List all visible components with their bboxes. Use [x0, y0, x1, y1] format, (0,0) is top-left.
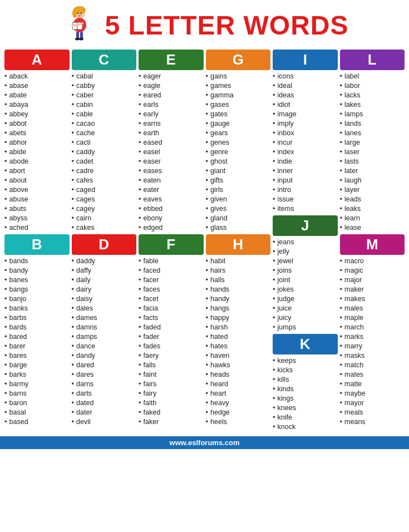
list-item: damns [72, 322, 137, 332]
list-item: hawks [206, 360, 271, 370]
list-item: early [139, 109, 204, 119]
svg-point-10 [75, 38, 80, 41]
list-item: gates [206, 109, 271, 119]
list-item: abase [4, 81, 70, 90]
list-item: damps [72, 332, 137, 341]
section-M: Mmacromagicmajormakermakesmalesmaplemarc… [340, 232, 405, 426]
svg-point-2 [72, 9, 77, 18]
section-B: Bbandsbandybanesbangsbanjobanksbarbsbard… [4, 232, 70, 426]
list-item: abuts [4, 204, 70, 213]
list-item: intro [273, 185, 338, 194]
list-item: kicks [273, 365, 338, 375]
list-item: lease [340, 223, 405, 232]
list-item: eager [139, 71, 204, 81]
letter-badge-J: J [273, 215, 338, 236]
section-D: Ddaddydaffydailydairydaisydalesdamesdamn… [72, 232, 137, 426]
list-item: gears [206, 128, 271, 137]
word-list-G: gainsgamesgammagasesgatesgaugegearsgenes… [206, 71, 271, 232]
list-item: icons [273, 71, 338, 81]
word-list-K: keepskickskillskindskingskneesknifeknock [273, 356, 338, 431]
list-item: facer [139, 275, 204, 284]
list-item: hates [206, 341, 271, 351]
list-item: earls [139, 100, 204, 109]
list-item: ideas [273, 90, 338, 100]
list-item: barbs [4, 313, 70, 322]
list-item: males [340, 303, 405, 313]
list-item: imply [273, 119, 338, 128]
list-item: makes [340, 294, 405, 303]
section-A: Aabackabaseabateabayaabbeyabbotabetsabho… [4, 47, 70, 232]
list-item: judge [273, 294, 338, 303]
word-list-D: daddydaffydailydairydaisydalesdamesdamns… [72, 256, 137, 426]
list-item: banks [4, 303, 70, 313]
list-item: darns [72, 379, 137, 388]
list-item: cairn [72, 213, 137, 223]
list-item: joint [273, 275, 338, 284]
list-item: marry [340, 341, 405, 351]
list-item: lands [340, 119, 405, 128]
letter-badge-M: M [340, 234, 405, 255]
list-item: faced [139, 265, 204, 275]
list-item: devil [72, 417, 137, 426]
list-item: baron [4, 398, 70, 407]
list-item: image [273, 109, 338, 119]
list-item: lakes [340, 100, 405, 109]
list-item: barks [4, 370, 70, 379]
list-item: inner [273, 166, 338, 175]
list-item: barns [4, 388, 70, 398]
list-item: bards [4, 322, 70, 332]
svg-point-13 [81, 13, 82, 14]
list-item: abets [4, 128, 70, 137]
list-item: cadre [72, 166, 137, 175]
list-item: eaves [139, 194, 204, 204]
list-item: bangs [4, 284, 70, 294]
word-list-I: iconsidealideasidiotimageimplyinboxincur… [273, 71, 338, 213]
list-item: kings [273, 393, 338, 403]
list-item: handy [206, 294, 271, 303]
section-J: Jjeansjellyjeweljoinsjointjokesjudgejuic… [273, 213, 338, 332]
letter-badge-H: H [206, 234, 271, 255]
list-item: fails [139, 360, 204, 370]
section-F: Ffablefacedfacerfacesfacetfaciafactsfade… [139, 232, 204, 426]
list-item: labor [340, 81, 405, 90]
list-item: ached [4, 223, 70, 232]
list-item: lasts [340, 156, 405, 166]
list-item: giant [206, 166, 271, 175]
list-item: fable [139, 256, 204, 265]
svg-line-7 [80, 23, 82, 24]
letter-badge-C: C [72, 50, 137, 70]
list-item: match [340, 360, 405, 370]
word-list-M: macromagicmajormakermakesmalesmaplemarch… [340, 256, 405, 426]
list-item: heads [206, 370, 271, 379]
list-item: barge [4, 360, 70, 370]
list-item: label [340, 71, 405, 81]
word-list-A: abackabaseabateabayaabbeyabbotabetsabhor… [4, 71, 70, 232]
list-item: hangs [206, 303, 271, 313]
list-item: cabal [72, 71, 137, 81]
list-item: cages [72, 194, 137, 204]
list-item: genre [206, 147, 271, 156]
list-item: dater [72, 407, 137, 417]
list-item: about [4, 175, 70, 185]
list-item: bares [4, 351, 70, 360]
list-item: barer [4, 341, 70, 351]
list-item: ideal [273, 81, 338, 90]
list-item: abyss [4, 213, 70, 223]
list-item: index [273, 147, 338, 156]
list-item: daisy [72, 294, 137, 303]
svg-rect-8 [76, 32, 79, 38]
list-item: gives [206, 204, 271, 213]
list-item: gains [206, 71, 271, 81]
list-item: jumps [273, 322, 338, 332]
list-item: halls [206, 275, 271, 284]
list-item: given [206, 194, 271, 204]
section-E: Eeagereagleearedearlsearlyearnsearthease… [139, 47, 204, 232]
list-item: abhor [4, 137, 70, 147]
list-item: edged [139, 223, 204, 232]
section-C: Ccabalcabbycabercabincablecacaocachecact… [72, 47, 137, 232]
word-list-F: fablefacedfacerfacesfacetfaciafactsfaded… [139, 256, 204, 426]
list-item: bared [4, 332, 70, 341]
list-item: caddy [72, 147, 137, 156]
list-item: laugh [340, 175, 405, 185]
list-item: happy [206, 313, 271, 322]
